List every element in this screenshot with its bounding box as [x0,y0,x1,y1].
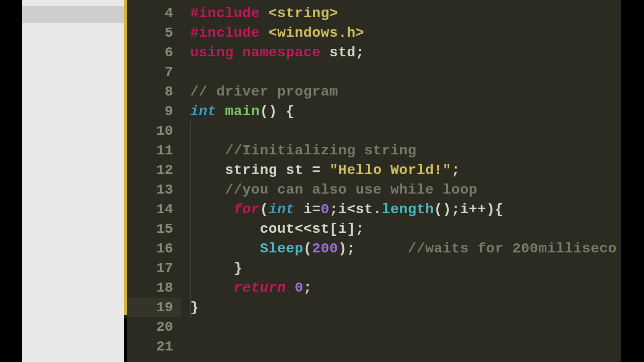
code-line-text: string st = "Hello World!"; [190,162,460,178]
code-line[interactable]: // driver program [181,82,621,102]
gutter-row[interactable]: 5 [127,23,181,43]
line-number: 15 [156,221,173,237]
code-line-text: Sleep(200); //waits for 200milliseco [190,241,617,256]
indent-guide [190,121,191,141]
code-text-area[interactable]: #include <string>#include <windows.h>usi… [181,0,621,362]
gutter-row[interactable]: 14 [127,200,181,219]
code-line[interactable] [181,317,621,337]
code-line[interactable] [181,62,621,82]
sidebar-panel[interactable] [22,0,124,362]
line-number: 14 [156,202,173,217]
code-line[interactable] [181,121,621,141]
line-number: 4 [165,6,173,21]
code-line-text: } [190,260,243,276]
code-line[interactable]: //you can also use while loop [181,180,621,200]
editor-frame: 456789101112131415161718192021 #include … [0,0,644,362]
line-number: 17 [156,260,173,276]
code-line-text: using namespace std; [190,45,364,60]
line-number-gutter[interactable]: 456789101112131415161718192021 [127,0,181,362]
gutter-row[interactable]: 15 [127,219,181,239]
code-line[interactable]: return 0; [181,278,621,298]
gutter-row[interactable]: 13 [127,180,181,200]
code-line-text: } [190,300,199,315]
gutter-row[interactable]: 9 [127,102,181,121]
code-line-text: return 0; [190,280,312,296]
line-number: 20 [156,319,173,335]
code-line[interactable]: int main() { [181,102,621,121]
code-line-text: //you can also use while loop [190,182,477,198]
code-line-text: #include <windows.h> [190,25,364,41]
gutter-row[interactable]: 16 [127,239,181,258]
line-number: 7 [165,64,173,80]
code-line[interactable]: for(int i=0;i<st.length();i++){ [181,200,621,219]
gutter-row[interactable]: 18 [127,278,181,298]
gutter-row[interactable]: 11 [127,141,181,160]
gutter-row[interactable]: 19 [127,298,181,317]
gutter-row[interactable]: 17 [127,258,181,278]
code-line[interactable]: string st = "Hello World!"; [181,160,621,180]
gutter-row[interactable]: 6 [127,43,181,62]
code-line[interactable] [181,337,621,356]
code-line[interactable]: using namespace std; [181,43,621,62]
gutter-row[interactable]: 4 [127,4,181,23]
code-line[interactable]: cout<<st[i]; [181,219,621,239]
line-number: 8 [165,84,173,100]
line-number: 9 [165,104,173,119]
code-line[interactable]: #include <string> [181,4,621,23]
line-number: 6 [165,45,173,60]
code-line-text: #include <string> [190,6,338,21]
code-line-text: for(int i=0;i<st.length();i++){ [190,202,504,217]
code-line[interactable]: //Iinitializing string [181,141,621,160]
code-line[interactable]: } [181,298,621,317]
line-number: 13 [156,182,173,198]
code-line[interactable]: } [181,258,621,278]
line-number: 19 [156,300,173,315]
gutter-row[interactable]: 20 [127,317,181,337]
line-number: 18 [156,280,173,296]
gutter-row[interactable]: 21 [127,337,181,356]
line-number: 10 [156,123,173,139]
code-line-text: // driver program [190,84,338,100]
code-line-text: cout<<st[i]; [190,221,364,237]
gutter-row[interactable]: 7 [127,62,181,82]
gutter-row[interactable]: 12 [127,160,181,180]
code-line[interactable]: Sleep(200); //waits for 200milliseco [181,239,621,258]
line-number: 5 [165,25,173,41]
code-line-text: int main() { [190,104,295,119]
code-editor[interactable]: 456789101112131415161718192021 #include … [127,0,621,362]
line-number: 16 [156,241,173,256]
line-number: 12 [156,162,173,178]
sidebar-selection [22,6,124,23]
line-number: 21 [156,339,173,354]
gutter-row[interactable]: 8 [127,82,181,102]
code-line-text: //Iinitializing string [190,143,417,158]
code-line[interactable]: #include <windows.h> [181,23,621,43]
line-number: 11 [156,143,173,158]
gutter-row[interactable]: 10 [127,121,181,141]
